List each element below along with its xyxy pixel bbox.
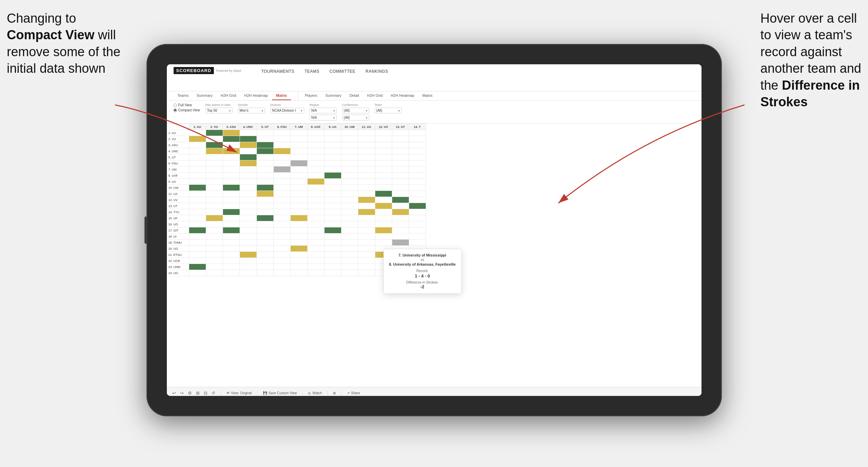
matrix-cell[interactable] bbox=[223, 264, 240, 270]
matrix-cell[interactable] bbox=[409, 173, 426, 179]
matrix-cell[interactable] bbox=[290, 179, 307, 185]
zoom-out-icon[interactable]: ⊟ bbox=[204, 391, 207, 396]
matrix-cell[interactable] bbox=[290, 160, 307, 166]
save-custom-btn[interactable]: 💾 Save Custom View bbox=[263, 391, 297, 395]
matrix-cell[interactable] bbox=[341, 191, 358, 197]
matrix-cell[interactable] bbox=[358, 191, 375, 197]
matrix-cell[interactable] bbox=[257, 179, 273, 185]
matrix-cell[interactable] bbox=[392, 197, 409, 203]
matrix-cell[interactable] bbox=[189, 270, 206, 276]
matrix-cell[interactable] bbox=[189, 234, 206, 240]
matrix-cell[interactable] bbox=[409, 203, 426, 209]
matrix-cell[interactable] bbox=[240, 185, 257, 191]
matrix-cell[interactable] bbox=[273, 264, 290, 270]
matrix-cell[interactable] bbox=[392, 136, 409, 142]
matrix-cell[interactable] bbox=[290, 166, 307, 173]
matrix-cell[interactable] bbox=[358, 240, 375, 246]
matrix-cell[interactable] bbox=[375, 160, 392, 166]
undo-icon[interactable]: ↩ bbox=[172, 391, 176, 396]
matrix-cell[interactable] bbox=[341, 130, 358, 136]
matrix-cell[interactable] bbox=[206, 142, 223, 148]
matrix-cell[interactable] bbox=[206, 154, 223, 160]
matrix-cell[interactable] bbox=[273, 130, 290, 136]
matrix-cell[interactable] bbox=[324, 142, 341, 148]
matrix-cell[interactable] bbox=[257, 130, 273, 136]
matrix-cell[interactable] bbox=[358, 148, 375, 154]
matrix-cell[interactable] bbox=[240, 136, 257, 142]
matrix-cell[interactable] bbox=[240, 179, 257, 185]
matrix-cell[interactable] bbox=[257, 221, 273, 227]
matrix-cell[interactable] bbox=[273, 270, 290, 276]
matrix-cell[interactable] bbox=[307, 154, 324, 160]
matrix-cell[interactable] bbox=[273, 234, 290, 240]
matrix-cell[interactable] bbox=[223, 154, 240, 160]
nav-teams[interactable]: TEAMS bbox=[305, 69, 319, 74]
matrix-cell[interactable] bbox=[307, 209, 324, 215]
matrix-cell[interactable] bbox=[358, 166, 375, 173]
matrix-cell[interactable] bbox=[392, 166, 409, 173]
matrix-cell[interactable] bbox=[375, 203, 392, 209]
matrix-cell[interactable] bbox=[290, 136, 307, 142]
matrix-cell[interactable] bbox=[375, 215, 392, 221]
matrix-cell[interactable] bbox=[341, 154, 358, 160]
matrix-cell[interactable] bbox=[341, 173, 358, 179]
matrix-cell[interactable] bbox=[257, 252, 273, 258]
matrix-cell[interactable] bbox=[223, 160, 240, 166]
matrix-cell[interactable] bbox=[375, 240, 392, 246]
matrix-cell[interactable] bbox=[307, 221, 324, 227]
matrix-cell[interactable] bbox=[189, 240, 206, 246]
matrix-cell[interactable] bbox=[375, 221, 392, 227]
matrix-cell[interactable] bbox=[206, 252, 223, 258]
matrix-cell[interactable] bbox=[307, 227, 324, 234]
matrix-cell[interactable] bbox=[290, 246, 307, 252]
matrix-cell[interactable] bbox=[240, 148, 257, 154]
matrix-cell[interactable] bbox=[223, 270, 240, 276]
matrix-cell[interactable] bbox=[307, 264, 324, 270]
subnav-h2hgrid1[interactable]: H2H Grid bbox=[217, 91, 240, 100]
matrix-cell[interactable] bbox=[307, 240, 324, 246]
matrix-cell[interactable] bbox=[223, 166, 240, 173]
matrix-cell[interactable] bbox=[324, 234, 341, 240]
matrix-cell[interactable] bbox=[392, 215, 409, 221]
nav-tournaments[interactable]: TOURNAMENTS bbox=[261, 69, 294, 74]
subnav-players[interactable]: Players bbox=[298, 91, 321, 100]
matrix-cell[interactable] bbox=[273, 203, 290, 209]
matrix-cell[interactable] bbox=[189, 185, 206, 191]
matrix-cell[interactable] bbox=[240, 258, 257, 264]
matrix-cell[interactable] bbox=[189, 246, 206, 252]
matrix-cell[interactable] bbox=[307, 197, 324, 203]
matrix-cell[interactable] bbox=[409, 136, 426, 142]
matrix-cell[interactable] bbox=[307, 234, 324, 240]
subnav-summary2[interactable]: Summary bbox=[321, 91, 346, 100]
region-select2[interactable]: N/A bbox=[310, 115, 337, 120]
matrix-cell[interactable] bbox=[290, 154, 307, 160]
matrix-cell[interactable] bbox=[409, 160, 426, 166]
matrix-cell[interactable] bbox=[375, 234, 392, 240]
matrix-cell[interactable] bbox=[223, 227, 240, 234]
matrix-cell[interactable] bbox=[290, 173, 307, 179]
settings-icon[interactable]: ⚙ bbox=[188, 391, 192, 396]
matrix-cell[interactable] bbox=[273, 173, 290, 179]
matrix-cell[interactable] bbox=[189, 252, 206, 258]
matrix-cell[interactable] bbox=[273, 209, 290, 215]
matrix-cell[interactable] bbox=[392, 209, 409, 215]
matrix-cell[interactable] bbox=[324, 221, 341, 227]
matrix-cell[interactable] bbox=[189, 130, 206, 136]
matrix-cell[interactable] bbox=[307, 148, 324, 154]
matrix-cell[interactable] bbox=[273, 166, 290, 173]
matrix-cell[interactable] bbox=[290, 148, 307, 154]
matrix-cell[interactable] bbox=[324, 191, 341, 197]
zoom-in-icon[interactable]: ⊞ bbox=[196, 391, 200, 396]
matrix-cell[interactable] bbox=[392, 148, 409, 154]
refresh-icon[interactable]: ↺ bbox=[212, 391, 215, 396]
matrix-cell[interactable] bbox=[392, 221, 409, 227]
matrix-cell[interactable] bbox=[409, 221, 426, 227]
matrix-cell[interactable] bbox=[341, 215, 358, 221]
matrix-cell[interactable] bbox=[409, 154, 426, 160]
matrix-cell[interactable] bbox=[223, 197, 240, 203]
conference-select1[interactable]: (All) bbox=[342, 108, 369, 113]
matrix-cell[interactable] bbox=[324, 160, 341, 166]
matrix-cell[interactable] bbox=[409, 191, 426, 197]
matrix-cell[interactable] bbox=[206, 221, 223, 227]
matrix-cell[interactable] bbox=[392, 185, 409, 191]
